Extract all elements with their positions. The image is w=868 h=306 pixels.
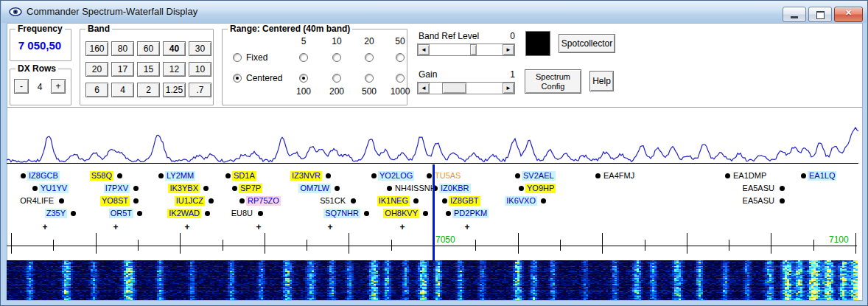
band-button-.7[interactable]: .7 (189, 83, 211, 97)
gain-slider: ◄► (417, 82, 515, 94)
maximize-button[interactable] (808, 7, 832, 22)
band-ref-slider-thumb[interactable] (470, 44, 477, 55)
spot-callsign-OM7LW[interactable]: OM7LW (298, 184, 331, 193)
window-controls (783, 7, 863, 22)
range-fixed-radio-10[interactable] (332, 53, 341, 62)
spot-dot-EA4FMJ (595, 173, 601, 178)
band-button-12[interactable]: 12 (163, 62, 186, 77)
spot-callsign-IZ8GCB[interactable]: IZ8GCB (27, 171, 60, 181)
spot-callsign-OR5T[interactable]: OR5T (109, 209, 133, 218)
spot-callsign-EA1DMP[interactable]: EA1DMP (732, 171, 768, 181)
range-fixed-radio-20[interactable] (365, 53, 374, 62)
spot-callsign-YO8ST[interactable]: YO8ST (100, 196, 130, 206)
range-mode-label-centered: Centered (246, 73, 282, 83)
spot-callsign-S58Q[interactable]: S58Q (90, 171, 113, 181)
titlebar[interactable]: Commander Spectrum-Waterfall Display (1, 1, 868, 23)
spot-callsign-IK2WAD[interactable]: IK2WAD (167, 209, 201, 218)
dx-rows-decrement-button[interactable]: - (14, 79, 29, 94)
minimize-button[interactable] (783, 7, 806, 22)
band-button-40[interactable]: 40 (163, 41, 186, 56)
maximize-icon (816, 11, 825, 19)
spot-group-plus-mark: + (256, 222, 261, 232)
band-button-20[interactable]: 20 (85, 62, 108, 77)
waterfall-canvas[interactable] (7, 260, 858, 300)
spot-callsign-IK1NEG[interactable]: IK1NEG (377, 196, 410, 206)
band-ref-slider-left-arrow[interactable]: ◄ (418, 44, 430, 55)
window-title: Commander Spectrum-Waterfall Display (27, 1, 197, 23)
range-centered-radio-200[interactable] (332, 74, 341, 83)
range-mode-radio-centered[interactable] (233, 74, 242, 83)
range-centered-radio-500[interactable] (365, 74, 374, 83)
spot-callsign-SQ7NHR[interactable]: SQ7NHR (323, 209, 360, 218)
axis-tick (349, 233, 349, 254)
range-fixed-radio-5[interactable] (299, 53, 308, 62)
spot-callsign-OR4LIFE[interactable]: OR4LIFE (18, 196, 55, 206)
spot-callsign-TU5AS[interactable]: TU5AS (433, 171, 462, 181)
gain-slider-right-arrow[interactable]: ► (503, 83, 514, 94)
range-centered-radio-100[interactable] (299, 74, 308, 83)
spot-callsign-I7PXV[interactable]: I7PXV (104, 184, 130, 193)
band-button-6[interactable]: 6 (85, 83, 108, 97)
band-button-30[interactable]: 30 (189, 41, 211, 56)
spot-callsign-YO9HP[interactable]: YO9HP (525, 184, 556, 193)
help-button[interactable]: Help (589, 71, 614, 91)
spotcollector-button[interactable]: Spotcollector (559, 34, 615, 53)
spot-callsign-SD1A[interactable]: SD1A (232, 171, 256, 181)
eye-icon (9, 5, 22, 18)
band-button-17[interactable]: 17 (111, 62, 134, 77)
axis-tick (223, 240, 223, 251)
spot-dot-YU1YV (32, 186, 38, 191)
spot-callsign-YU1YV[interactable]: YU1YV (39, 184, 69, 193)
band-button-80[interactable]: 80 (111, 41, 134, 56)
frequency-group-label: Frequency (15, 24, 65, 34)
spot-callsign-EA5ASU[interactable]: EA5ASU (741, 196, 776, 206)
spot-callsign-EU8U[interactable]: EU8U (230, 209, 254, 218)
spot-callsign-SV2AEL[interactable]: SV2AEL (522, 171, 556, 181)
spot-callsign-EA5ASU[interactable]: EA5ASU (741, 184, 776, 193)
band-ref-slider-right-arrow[interactable]: ► (503, 44, 514, 55)
range-mode-radio-fixed[interactable] (233, 53, 242, 62)
spot-callsign-SP7P[interactable]: SP7P (239, 184, 262, 193)
dx-rows-increment-button[interactable]: + (51, 79, 66, 94)
spot-callsign-IZ0KBR[interactable]: IZ0KBR (439, 184, 471, 193)
band-button-15[interactable]: 15 (137, 62, 160, 77)
spot-callsign-IZ8GBT[interactable]: IZ8GBT (449, 196, 480, 206)
spectrum-config-button[interactable]: Spectrum Config (525, 69, 581, 94)
spot-callsign-OH8KVY[interactable]: OH8KVY (383, 209, 419, 218)
band-color-swatch[interactable] (525, 31, 550, 56)
band-button-60[interactable]: 60 (137, 41, 160, 56)
spectrum-trace-canvas[interactable] (7, 108, 858, 164)
spot-callsign-IK3YBX[interactable]: IK3YBX (168, 184, 200, 193)
range-top-label-5: 5 (289, 36, 318, 46)
spot-callsign-IK6VXO[interactable]: IK6VXO (505, 196, 537, 206)
band-button-4[interactable]: 4 (111, 83, 134, 97)
spot-callsign-Z35Y[interactable]: Z35Y (45, 209, 67, 218)
gain-slider-track[interactable] (430, 83, 503, 94)
axis-tick (729, 240, 729, 251)
axis-tick (560, 240, 561, 251)
close-button[interactable] (834, 7, 863, 22)
gain-slider-left-arrow[interactable]: ◄ (418, 83, 430, 94)
axis-frequency-label-7100: 7100 (829, 234, 849, 245)
spot-callsign-IZ3NVR[interactable]: IZ3NVR (290, 171, 322, 181)
spot-callsign-EA4FMJ[interactable]: EA4FMJ (602, 171, 636, 181)
spot-dot-IZ8GCB (21, 173, 26, 178)
band-button-2[interactable]: 2 (137, 83, 160, 97)
spot-callsign-YO2LOG[interactable]: YO2LOG (378, 171, 414, 181)
spot-callsign-RP75ZO[interactable]: RP75ZO (246, 196, 281, 206)
band-group-label: Band (85, 24, 112, 34)
spot-callsign-NH4ISSNH[interactable]: NH4ISSNH (393, 184, 438, 193)
range-centered-radio-1000[interactable] (396, 74, 405, 83)
spot-callsign-EA1LQ[interactable]: EA1LQ (808, 171, 836, 181)
spot-group-plus-mark: + (42, 222, 47, 232)
band-button-10[interactable]: 10 (189, 62, 211, 77)
spot-callsign-IU1JCZ[interactable]: IU1JCZ (175, 196, 205, 206)
spot-callsign-PD2PKM[interactable]: PD2PKM (452, 209, 489, 218)
gain-slider-thumb[interactable] (442, 83, 466, 94)
range-fixed-radio-50[interactable] (396, 53, 405, 62)
band-ref-slider-track[interactable] (430, 44, 503, 55)
spot-callsign-S51CK[interactable]: S51CK (318, 196, 347, 206)
band-button-160[interactable]: 160 (85, 41, 108, 56)
band-button-1.25[interactable]: 1.25 (163, 83, 186, 97)
spot-callsign-LY2MM[interactable]: LY2MM (165, 171, 195, 181)
